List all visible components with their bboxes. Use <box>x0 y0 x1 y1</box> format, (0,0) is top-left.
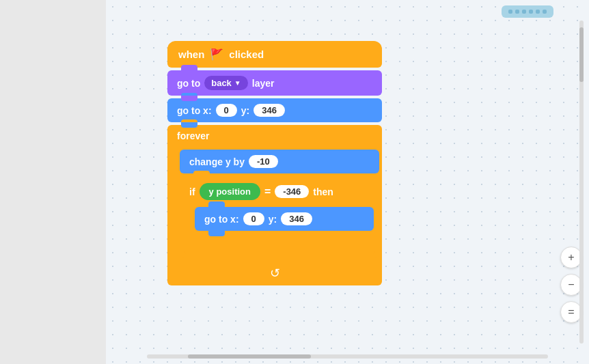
y-value-1[interactable]: 346 <box>254 104 285 117</box>
y-label-2: y: <box>269 214 277 225</box>
block-if-wrapper: if y position = -346 then go to x: 0 <box>180 176 379 258</box>
sensor-label: y position <box>209 186 251 197</box>
zoom-out-icon: − <box>568 279 574 291</box>
change-y-value[interactable]: -10 <box>249 155 278 168</box>
refresh-icon: ↺ <box>270 266 280 281</box>
clicked-label: clicked <box>229 48 264 60</box>
operator-equals: = <box>264 186 271 198</box>
block-go-to-layer[interactable]: go to back ▼ layer <box>167 70 382 96</box>
blocks-container: when 🚩 clicked go to back ▼ layer go to … <box>167 41 382 285</box>
toolbar-dot-6 <box>543 10 547 14</box>
scrollbar-right[interactable] <box>579 20 584 344</box>
y-value-2[interactable]: 346 <box>281 212 312 225</box>
when-label: when <box>178 48 204 60</box>
block-forever-bottom: ↺ <box>167 261 382 285</box>
change-y-label: change y by <box>189 156 245 167</box>
back-dropdown[interactable]: back ▼ <box>204 76 248 90</box>
x-value-2[interactable]: 0 <box>243 212 264 225</box>
block-go-to-xy-2[interactable]: go to x: 0 y: 346 <box>195 207 374 231</box>
main-canvas: when 🚩 clicked go to back ▼ layer go to … <box>106 0 589 364</box>
block-if-inner: go to x: 0 y: 346 <box>184 206 375 232</box>
if-close-bar <box>184 235 375 254</box>
scrollbar-right-thumb[interactable] <box>579 27 584 82</box>
forever-label: forever <box>177 130 209 141</box>
sidebar-left <box>0 0 106 364</box>
block-forever-inner: change y by -10 if y position = -346 the… <box>167 147 382 261</box>
toolbar-dot-4 <box>529 10 533 14</box>
condition-value[interactable]: -346 <box>275 185 309 198</box>
then-label: then <box>313 186 333 197</box>
x-value-1[interactable]: 0 <box>216 104 237 117</box>
scrollbar-bottom-thumb[interactable] <box>188 354 311 359</box>
if-label: if <box>189 186 195 197</box>
go-to-xy-label-1: go to x: <box>177 105 212 116</box>
go-to-label: go to <box>177 78 200 89</box>
zoom-in-icon: + <box>568 251 574 264</box>
block-if-top[interactable]: if y position = -346 then <box>184 180 375 203</box>
scrollbar-bottom[interactable] <box>147 354 548 359</box>
zoom-reset-icon: = <box>568 306 574 318</box>
block-go-to-xy-1[interactable]: go to x: 0 y: 346 <box>167 98 382 122</box>
y-label-1: y: <box>241 105 249 116</box>
toolbar-dot-5 <box>536 10 540 14</box>
toolbar-dot-3 <box>522 10 526 14</box>
layer-label: layer <box>252 78 275 89</box>
block-forever-wrapper: forever change y by -10 if y position = <box>167 125 382 285</box>
back-label: back <box>211 78 232 88</box>
flag-icon: 🚩 <box>210 48 223 61</box>
dropdown-arrow-icon: ▼ <box>234 79 241 87</box>
toolbar-dots[interactable] <box>502 5 553 18</box>
sensor-pill[interactable]: y position <box>200 183 260 200</box>
block-when-clicked[interactable]: when 🚩 clicked <box>167 41 382 68</box>
block-change-y[interactable]: change y by -10 <box>180 150 379 173</box>
toolbar-dot-1 <box>508 10 512 14</box>
block-forever-top[interactable]: forever <box>167 125 382 147</box>
go-to-xy-label-2: go to x: <box>204 214 239 225</box>
toolbar-dot-2 <box>515 10 519 14</box>
